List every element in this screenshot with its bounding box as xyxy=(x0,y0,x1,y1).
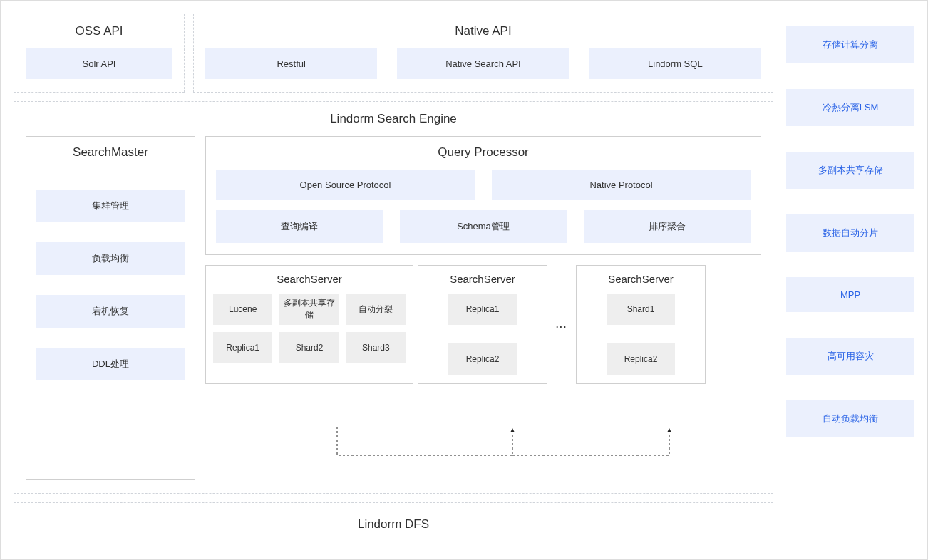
cell-lucene: Lucene xyxy=(213,294,272,325)
cell-s2-replica1: Replica1 xyxy=(448,294,517,325)
box-engine: Lindorm Search Engine SearchMaster 集群管理 … xyxy=(14,101,773,494)
cell-s3-replica2: Replica2 xyxy=(607,343,675,375)
cell-s3-shard1: Shard1 xyxy=(607,294,675,325)
chip-native-protocol: Native Protocol xyxy=(492,170,751,200)
box-search-server-3: SearchServer Shard1 Replica2 xyxy=(576,265,706,384)
box-query-processor: Query Processor Open Source Protocol Nat… xyxy=(205,136,761,255)
box-search-server-2: SearchServer Replica1 Replica2 xyxy=(418,265,547,384)
feature-ha-dr: 高可用容灾 xyxy=(786,338,914,375)
feature-hot-cold-lsm: 冷热分离LSM xyxy=(786,89,914,126)
feature-auto-shard: 数据自动分片 xyxy=(786,214,914,252)
chip-solr-api: Solr API xyxy=(26,48,172,79)
cell-multi-replica-storage: 多副本共享存储 xyxy=(279,294,339,325)
ellipsis: ... xyxy=(552,320,572,330)
feature-multi-replica-storage: 多副本共享存储 xyxy=(786,152,914,189)
main-layout: OSS API Solr API Native API Restful Nati… xyxy=(14,14,914,546)
chip-schema-mgmt: Schema管理 xyxy=(400,210,567,243)
feature-column: 存储计算分离 冷热分离LSM 多副本共享存储 数据自动分片 MPP 高可用容灾 … xyxy=(786,14,914,546)
feature-mpp: MPP xyxy=(786,277,914,312)
api-row: OSS API Solr API Native API Restful Nati… xyxy=(14,14,773,93)
chip-restful: Restful xyxy=(205,48,377,79)
chip-ddl: DDL处理 xyxy=(36,348,185,380)
chip-oss-protocol: Open Source Protocol xyxy=(216,170,475,200)
chip-cluster-mgmt: 集群管理 xyxy=(36,190,185,222)
cell-auto-split: 自动分裂 xyxy=(346,294,406,325)
chip-native-search-api: Native Search API xyxy=(397,48,569,79)
left-column: OSS API Solr API Native API Restful Nati… xyxy=(14,14,773,546)
title-search-server-3: SearchServer xyxy=(584,273,698,285)
engine-body: SearchMaster 集群管理 负载均衡 宕机恢复 DDL处理 Query … xyxy=(26,136,761,480)
title-search-server-2: SearchServer xyxy=(426,273,540,285)
title-dfs: Lindorm DFS xyxy=(358,517,429,531)
chip-query-compile: 查询编译 xyxy=(216,210,383,243)
box-native-api: Native API Restful Native Search API Lin… xyxy=(193,14,773,93)
chip-failover: 宕机恢复 xyxy=(36,295,185,328)
box-dfs: Lindorm DFS xyxy=(14,502,773,546)
qp-column: Query Processor Open Source Protocol Nat… xyxy=(205,136,761,480)
title-search-master: SearchMaster xyxy=(36,145,185,160)
cell-s2-replica2: Replica2 xyxy=(448,343,517,375)
title-search-server-1: SearchServer xyxy=(213,273,406,285)
cell-replica1: Replica1 xyxy=(213,332,272,363)
title-engine: Lindorm Search Engine xyxy=(26,112,761,126)
box-search-server-1: SearchServer Lucene 多副本共享存储 自动分裂 Replica… xyxy=(205,265,413,384)
box-search-master: SearchMaster 集群管理 负载均衡 宕机恢复 DDL处理 xyxy=(26,136,195,480)
architecture-diagram: OSS API Solr API Native API Restful Nati… xyxy=(0,0,928,560)
chip-load-balance: 负载均衡 xyxy=(36,242,185,275)
cell-shard3: Shard3 xyxy=(346,332,406,363)
box-oss-api: OSS API Solr API xyxy=(14,14,185,93)
cell-shard2: Shard2 xyxy=(279,332,339,363)
feature-storage-compute-sep: 存储计算分离 xyxy=(786,26,914,63)
title-oss-api: OSS API xyxy=(26,24,172,38)
chip-lindorm-sql: Lindorm SQL xyxy=(589,48,761,79)
servers-row: SearchServer Lucene 多副本共享存储 自动分裂 Replica… xyxy=(205,265,761,384)
feature-auto-load-balance: 自动负载均衡 xyxy=(786,400,914,437)
title-native-api: Native API xyxy=(205,24,761,38)
chip-sort-agg: 排序聚合 xyxy=(584,210,751,243)
title-query-processor: Query Processor xyxy=(216,145,751,160)
